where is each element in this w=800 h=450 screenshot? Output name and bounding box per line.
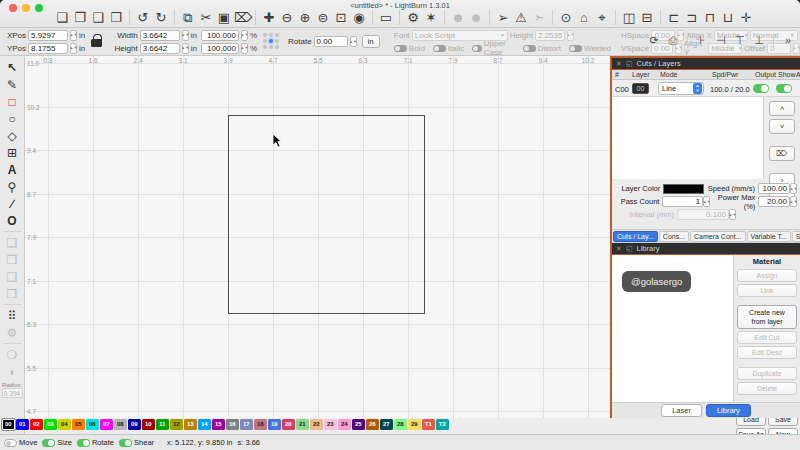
distribute-left-icon[interactable]: ⊦ xyxy=(694,32,710,49)
palette-swatch-23[interactable]: 23 xyxy=(324,419,337,430)
preview-icon[interactable]: ▭ xyxy=(378,9,394,26)
layer-down-button[interactable]: ˅ xyxy=(769,119,795,134)
palette-swatch-28[interactable]: 28 xyxy=(394,419,407,430)
dock-layout-icon[interactable]: ⊟ xyxy=(639,9,655,26)
pass-count-field[interactable]: 1 xyxy=(662,196,703,207)
align-bottom-icon[interactable]: ⊔ xyxy=(720,9,736,26)
palette-swatch-06[interactable]: 06 xyxy=(86,419,99,430)
save-file-icon[interactable]: ❑ xyxy=(90,9,106,26)
status-toggle-rotate[interactable]: Rotate xyxy=(77,438,114,447)
palette-swatch-24[interactable]: 24 xyxy=(338,419,351,430)
array-tool[interactable]: ⠿ xyxy=(3,307,22,324)
palette-swatch-14[interactable]: 14 xyxy=(198,419,211,430)
palette-swatch-10[interactable]: 10 xyxy=(142,419,155,430)
power-max-stepper[interactable]: ▲▼ xyxy=(790,196,797,207)
palette-swatch-27[interactable]: 27 xyxy=(380,419,393,430)
width-field[interactable]: 3.6642 xyxy=(140,30,180,41)
weld-tool[interactable]: ❏ xyxy=(3,234,22,251)
align-left-icon[interactable]: ⊏ xyxy=(666,9,682,26)
create-new-from-layer-button[interactable]: Create new from layer xyxy=(737,305,797,329)
palette-swatch-T2[interactable]: T2 xyxy=(436,419,449,430)
tab-cuts-lay-[interactable]: Cuts / Lay... xyxy=(613,231,658,242)
tab-library[interactable]: Library xyxy=(706,404,751,417)
interval-field[interactable]: 0.100 xyxy=(677,209,729,220)
copy-icon[interactable]: ⧉ xyxy=(180,9,196,26)
zoom-in-icon[interactable]: ⊕ xyxy=(297,9,313,26)
xpos-field[interactable]: 5.9297 xyxy=(28,30,68,41)
palette-swatch-15[interactable]: 15 xyxy=(212,419,225,430)
boolean-intersect-tool[interactable]: ❒ xyxy=(3,285,22,302)
tab-camera-cont-[interactable]: Camera Cont... xyxy=(690,231,745,242)
home-icon[interactable]: ⌂ xyxy=(576,9,592,26)
align-top-icon[interactable]: ⊓ xyxy=(702,9,718,26)
status-toggle-shear[interactable]: Shear xyxy=(119,438,154,447)
palette-swatch-12[interactable]: 12 xyxy=(170,419,183,430)
width-percent-field[interactable]: 100.000 xyxy=(201,30,239,41)
xpos-stepper[interactable]: ▲▼ xyxy=(70,30,77,41)
draw-lines-tool[interactable]: ✎ xyxy=(3,76,22,93)
rectangle-tool[interactable]: □ xyxy=(3,93,22,110)
interval-stepper[interactable]: ▲▼ xyxy=(729,209,736,220)
layer-row[interactable]: C00 00 Line ▲▼ 100.0 / 20.0 xyxy=(612,80,800,97)
height-field[interactable]: 3.6642 xyxy=(140,43,180,54)
machine-settings-icon[interactable]: ✶ xyxy=(423,9,439,26)
rotary-tool[interactable]: ⚙ xyxy=(3,324,22,341)
palette-swatch-13[interactable]: 13 xyxy=(184,419,197,430)
palette-swatch-19[interactable]: 19 xyxy=(268,419,281,430)
ypos-field[interactable]: 8.1755 xyxy=(28,43,68,54)
font-toggle-bold[interactable]: Bold xyxy=(394,44,425,53)
power-max-field[interactable]: 20.00 xyxy=(758,196,790,207)
frame-selection-icon[interactable]: ⊡ xyxy=(333,9,349,26)
pass-count-stepper[interactable]: ▲▼ xyxy=(703,196,710,207)
camera-capture-icon[interactable]: ◉ xyxy=(351,9,367,26)
user-origin-icon[interactable]: ☻ xyxy=(450,9,466,26)
aspect-lock-icon[interactable] xyxy=(91,39,101,47)
sync-icon[interactable]: ⟳ xyxy=(646,32,662,49)
origin-icon[interactable]: ⌖ xyxy=(594,9,610,26)
palette-swatch-11[interactable]: 11 xyxy=(156,419,169,430)
send-file-icon[interactable]: ➣ xyxy=(531,9,547,26)
delete-icon[interactable]: ⌦ xyxy=(234,9,250,26)
redo-icon[interactable]: ↻ xyxy=(153,9,169,26)
move-laser-icon[interactable]: ✛ xyxy=(738,9,754,26)
palette-swatch-09[interactable]: 09 xyxy=(128,419,141,430)
height-percent-stepper[interactable]: ▲▼ xyxy=(241,43,248,54)
edit-nodes-tool[interactable]: ⊞ xyxy=(3,144,22,161)
user-icon[interactable]: ☻ xyxy=(468,9,484,26)
layer-delete-button[interactable]: ⌦ xyxy=(769,146,795,161)
rotate-stepper[interactable]: ▲▼ xyxy=(350,36,357,47)
width-stepper[interactable]: ▲▼ xyxy=(182,30,189,41)
palette-swatch-22[interactable]: 22 xyxy=(310,419,323,430)
layer-list-area[interactable] xyxy=(612,97,764,179)
font-toggle-italic[interactable]: Italic xyxy=(433,44,464,53)
layer-show-toggle[interactable] xyxy=(776,84,792,93)
palette-swatch-08[interactable]: 08 xyxy=(114,419,127,430)
send-icon[interactable]: ➢ xyxy=(495,9,511,26)
text-tool[interactable]: A xyxy=(3,161,22,178)
zoom-fit-icon[interactable]: ⊜ xyxy=(315,9,331,26)
font-toggle-upper-case[interactable]: Upper Case xyxy=(472,39,515,57)
drawn-rectangle[interactable] xyxy=(228,115,425,314)
close-panel-icon[interactable]: ✕ xyxy=(616,245,622,253)
focus-icon[interactable]: ⊙ xyxy=(558,9,574,26)
width-percent-stepper[interactable]: ▲▼ xyxy=(241,30,248,41)
palette-swatch-T1[interactable]: T1 xyxy=(422,419,435,430)
units-button[interactable]: in xyxy=(362,35,380,48)
layer-up-button[interactable]: ˄ xyxy=(769,101,795,116)
layer-color-badge[interactable]: 00 xyxy=(632,83,649,94)
height-stepper[interactable]: ▲▼ xyxy=(182,43,189,54)
window-layout-icon[interactable]: ◫ xyxy=(621,9,637,26)
layer-color-swatch[interactable] xyxy=(663,184,703,194)
font-height-field[interactable]: 2.2535 xyxy=(535,30,565,41)
font-height-stepper[interactable]: ▲▼ xyxy=(567,30,574,41)
ypos-stepper[interactable]: ▲▼ xyxy=(70,43,77,54)
measure-tool[interactable]: ∕ xyxy=(3,195,22,212)
close-panel-icon[interactable]: ✕ xyxy=(616,60,622,68)
float-panel-icon[interactable]: ◱ xyxy=(626,60,633,68)
float-panel-icon[interactable]: ◱ xyxy=(626,245,633,253)
radius-field[interactable]: 0.394 xyxy=(2,388,23,398)
rotate-field[interactable]: 0.00 xyxy=(314,36,348,47)
speed-stepper[interactable]: ▲▼ xyxy=(790,183,797,194)
palette-swatch-21[interactable]: 21 xyxy=(296,419,309,430)
ellipse-tool[interactable]: ○ xyxy=(3,110,22,127)
